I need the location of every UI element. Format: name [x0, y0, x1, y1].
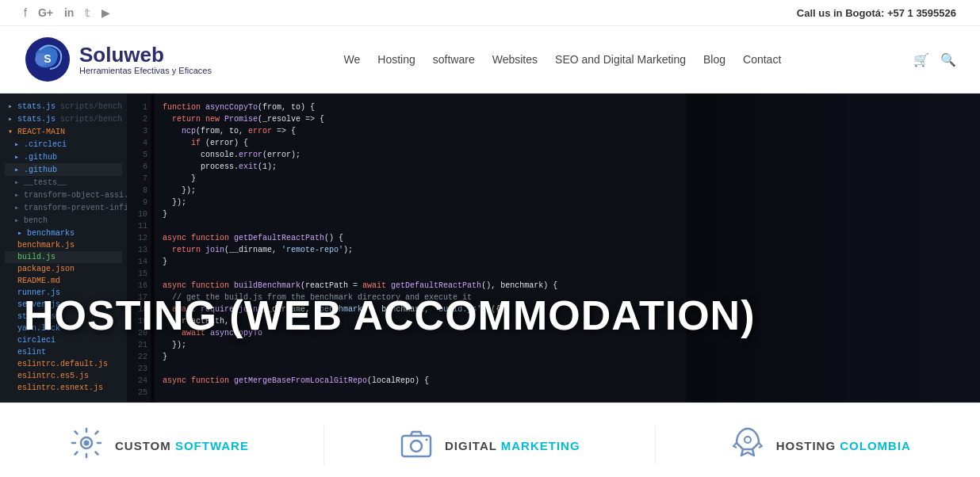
nav-software[interactable]: software [433, 53, 475, 66]
linkedin-icon[interactable]: in [64, 6, 74, 19]
nav-utility-icons: 🛒 🔍 [913, 52, 956, 67]
svg-text:S: S [44, 52, 51, 65]
search-icon[interactable]: 🔍 [940, 52, 956, 67]
logo-icon: S [24, 36, 71, 83]
digital-marketing-feature[interactable]: DIGITAL MARKETING [399, 425, 580, 465]
rocket-icon [730, 425, 765, 465]
top-bar: f G+ in 𝕥 ▶ Call us in Bogotá: +57 1 359… [0, 0, 980, 26]
gear-icon [69, 425, 104, 465]
header: S Soluweb Herramientas Efectivas y Efica… [0, 26, 980, 93]
hosting-colombia-feature[interactable]: HOSTING COLOMBIA [730, 425, 911, 465]
logo-area[interactable]: S Soluweb Herramientas Efectivas y Efica… [24, 36, 212, 83]
hero-title: HOSTING (WEB ACCOMMODATION) [24, 292, 755, 339]
contact-info: Call us in Bogotá: +57 1 3595526 [797, 7, 956, 19]
line-numbers-panel: 12345 678910 1112131415 1617181920 21222… [127, 93, 151, 403]
divider-1 [323, 425, 324, 465]
svg-point-4 [84, 441, 90, 446]
cart-icon[interactable]: 🛒 [913, 52, 929, 67]
divider-2 [655, 425, 656, 465]
camera-icon [399, 425, 434, 465]
features-bar: CUSTOM SOFTWARE DIGITAL MARKETING [0, 403, 980, 477]
logo-brand-name: Soluweb [79, 44, 212, 67]
nav-websites[interactable]: Websites [492, 53, 538, 66]
svg-point-7 [426, 439, 428, 441]
logo-text: Soluweb Herramientas Efectivas y Eficace… [79, 44, 212, 76]
digital-marketing-label: DIGITAL MARKETING [445, 439, 580, 452]
svg-point-6 [411, 441, 422, 452]
nav-hosting[interactable]: Hosting [377, 53, 415, 66]
nav-blog[interactable]: Blog [703, 53, 725, 66]
hero-section: ▸ stats.js scripts/bench ▸ stats.js scri… [0, 93, 980, 403]
social-icons-group: f G+ in 𝕥 ▶ [24, 6, 110, 19]
hosting-colombia-label: HOSTING COLOMBIA [776, 439, 911, 452]
twitter-icon[interactable]: 𝕥 [85, 6, 90, 19]
nav-seo[interactable]: SEO and Digital Marketing [555, 53, 686, 66]
facebook-icon[interactable]: f [24, 6, 27, 19]
code-editor-panel: function asyncCopyTo(from, to) { return … [155, 93, 686, 403]
custom-software-feature[interactable]: CUSTOM SOFTWARE [69, 425, 249, 465]
svg-point-8 [745, 437, 751, 443]
google-plus-icon[interactable]: G+ [38, 6, 53, 19]
nav-we[interactable]: We [344, 53, 361, 66]
custom-software-label: CUSTOM SOFTWARE [115, 439, 249, 452]
logo-tagline: Herramientas Efectivas y Eficaces [79, 66, 212, 75]
file-tree-panel: ▸ stats.js scripts/bench ▸ stats.js scri… [0, 93, 127, 403]
nav-contact[interactable]: Contact [743, 53, 781, 66]
youtube-icon[interactable]: ▶ [101, 6, 110, 19]
main-nav: We Hosting software Websites SEO and Dig… [344, 53, 782, 66]
